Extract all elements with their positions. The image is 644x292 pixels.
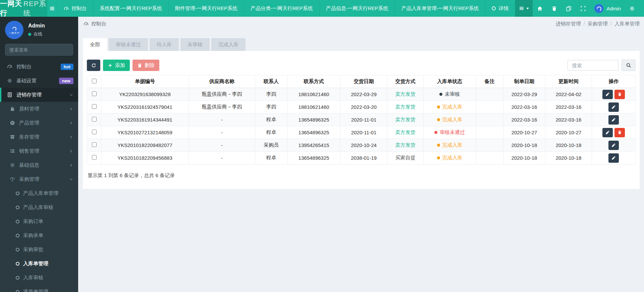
- home-button[interactable]: [533, 6, 547, 11]
- table-search-input[interactable]: [568, 60, 619, 71]
- restore-tabs-button[interactable]: [561, 6, 576, 11]
- sidebar-item-basic-settings[interactable]: 基础设置 new: [0, 74, 78, 88]
- edit-row-button[interactable]: [608, 102, 619, 112]
- navbar-tab[interactable]: 产品分类-一网天行REP系统: [244, 0, 320, 17]
- fullscreen-button[interactable]: [576, 6, 590, 11]
- breadcrumb-item[interactable]: 采购管理: [588, 21, 608, 26]
- edit-row-button[interactable]: [608, 115, 619, 125]
- navbar-tab[interactable]: 附件管理-一网天行REP系统: [169, 0, 244, 17]
- delete-row-button[interactable]: [614, 128, 625, 137]
- tab-list-dropdown-button[interactable]: [515, 0, 533, 17]
- sidebar-item-basic-info[interactable]: 基础信息: [0, 158, 78, 172]
- sidebar-item-label: 原料管理: [19, 106, 39, 112]
- navbar-tab-detail[interactable]: 详情: [485, 0, 515, 17]
- pencil-icon: [611, 143, 616, 147]
- cell-remark: [476, 114, 503, 126]
- delete-button[interactable]: 删除: [132, 60, 159, 71]
- table-search-button[interactable]: [622, 60, 636, 71]
- breadcrumb-path: 进销存管理/采购管理/入库单管理: [556, 21, 640, 27]
- delete-row-button[interactable]: [614, 90, 625, 99]
- logo-swirl-icon: [11, 25, 18, 31]
- navbar-tab-label: 详情: [498, 5, 508, 12]
- breadcrumb-item[interactable]: 进销存管理: [556, 21, 581, 26]
- user-name-label: Admin: [606, 6, 621, 11]
- sidebar-item-inbound-order-mgmt-active[interactable]: 入库单管理: [0, 257, 78, 271]
- navbar-tab-label: 系统配置-一网天行REP系统: [100, 5, 162, 12]
- filter-tab-all[interactable]: 全部: [83, 38, 107, 51]
- circle-o-icon: [16, 262, 19, 266]
- sidebar-item-purchase-entry[interactable]: 采购录单: [0, 228, 78, 242]
- sidebar-item-stock-mgmt[interactable]: 库存管理: [0, 130, 78, 144]
- cell-phone: 13654896325: [287, 114, 340, 126]
- gear-icon: [629, 6, 635, 11]
- dashboard-icon: [84, 21, 89, 26]
- online-label: 在线: [34, 31, 42, 37]
- cell-created: 2022-03-29: [503, 88, 545, 101]
- brand-text-bold: 一网天行: [0, 0, 23, 18]
- sidebar-search-input[interactable]: [9, 47, 70, 53]
- filter-tab-pending-inbound[interactable]: 待入库: [150, 38, 179, 51]
- sidebar-item-raw-material[interactable]: 原料管理: [0, 102, 78, 116]
- sidebar-item-purchase-order[interactable]: 采购订单: [0, 214, 78, 228]
- navbar-tab-list: 控制台 系统配置-一网天行REP系统 附件管理-一网天行REP系统 产品分类-一…: [57, 0, 515, 17]
- sidebar-item-console[interactable]: 控制台 hot: [0, 60, 78, 74]
- status-dot-icon: [437, 144, 440, 147]
- filter-tab-inbound-done[interactable]: 完成入库: [211, 38, 246, 51]
- cell-phone: 13654896325: [287, 152, 340, 164]
- navbar-tab[interactable]: 产品入库单管理-一网天行REP系统: [395, 0, 486, 17]
- top-navbar: 一网天行REP系统 控制台 系统配置-一网天行REP系统 附件管理-一网天行RE…: [0, 0, 644, 17]
- sidebar-item-product-mgmt[interactable]: 产品管理: [0, 116, 78, 130]
- navbar-tab[interactable]: 系统配置-一网天行REP系统: [93, 0, 169, 17]
- sidebar-item-product-inbound-review[interactable]: 产品入库审核: [0, 200, 78, 214]
- circle-o-icon: [16, 192, 19, 195]
- sidebar-user-panel: 一网天行 Admin 在线: [0, 17, 78, 42]
- column-header: 单据编号: [101, 75, 189, 88]
- navbar-tab[interactable]: 产品信息-一网天行REP系统: [320, 0, 395, 17]
- cell-supplier: -: [189, 152, 255, 164]
- row-checkbox[interactable]: [92, 91, 97, 96]
- row-checkbox[interactable]: [92, 142, 97, 147]
- archive-icon: [9, 134, 15, 140]
- hot-badge: hot: [61, 64, 73, 70]
- home-icon: [537, 6, 543, 11]
- filter-tab-review-rejected[interactable]: 审核未通过: [109, 38, 148, 51]
- clear-tabs-button[interactable]: [547, 6, 561, 11]
- navbar-tab-console[interactable]: 控制台: [57, 0, 93, 17]
- sidebar-item-label: 采购管理: [19, 176, 39, 182]
- edit-row-button[interactable]: [602, 128, 613, 137]
- new-badge: new: [59, 78, 73, 84]
- select-all-checkbox[interactable]: [92, 79, 97, 83]
- row-checkbox[interactable]: [92, 130, 97, 134]
- user-menu[interactable]: Admin: [590, 4, 625, 13]
- sidebar-item-product-inbound-mgmt[interactable]: 产品入库单管理: [0, 186, 78, 200]
- cell-updated: 2022-03-16: [545, 101, 592, 114]
- edit-row-button[interactable]: [608, 153, 619, 163]
- cell-delivery-date: 2020-11-01: [340, 126, 387, 139]
- add-button[interactable]: 添加: [103, 60, 130, 71]
- refresh-button[interactable]: [87, 60, 100, 71]
- sidebar-item-purchase-approval[interactable]: 采购审批: [0, 242, 78, 257]
- sidebar-item-label: 退货单管理: [23, 289, 48, 292]
- records-summary: 显示第 1 到第 6 条记录，总共 6 条记录: [87, 172, 636, 179]
- sidebar-item-inventory-mgmt[interactable]: 进销存管理: [0, 88, 78, 102]
- cell-updated: 2020-10-27: [545, 126, 592, 139]
- column-header: 入库单状态: [424, 75, 476, 88]
- sidebar-item-return-order-mgmt[interactable]: 退货单管理: [0, 285, 78, 292]
- breadcrumb[interactable]: 控制台: [84, 21, 106, 27]
- sidebar-item-inbound-review[interactable]: 入库审核: [0, 271, 78, 285]
- sidebar-toggle-button[interactable]: [47, 0, 57, 17]
- sidebar-item-purchase-mgmt[interactable]: 采购管理: [0, 172, 78, 186]
- row-checkbox[interactable]: [92, 104, 97, 109]
- filter-tab-unreviewed[interactable]: 未审核: [180, 38, 210, 51]
- column-header: 交货方式: [387, 75, 424, 88]
- row-checkbox[interactable]: [92, 155, 97, 160]
- brand-logo[interactable]: 一网天行REP系统: [0, 0, 47, 17]
- edit-row-button[interactable]: [602, 90, 613, 99]
- edit-row-button[interactable]: [608, 141, 619, 150]
- settings-button[interactable]: [625, 6, 639, 11]
- chevron-left-icon: [69, 121, 73, 125]
- sidebar-item-sales-mgmt[interactable]: 销售管理: [0, 144, 78, 158]
- status-dot-icon: [437, 105, 440, 108]
- row-checkbox[interactable]: [92, 117, 97, 122]
- cell-order-no: YKS2203161914344491: [101, 114, 189, 126]
